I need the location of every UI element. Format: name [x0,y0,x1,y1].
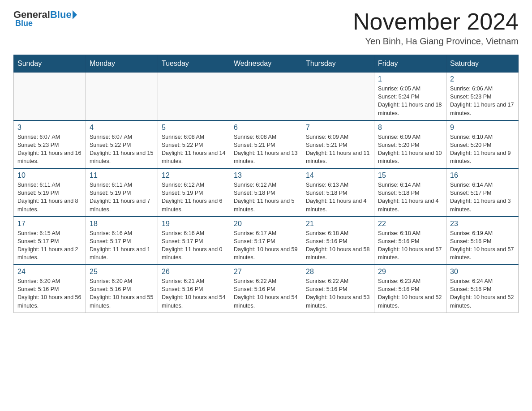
day-info: Sunrise: 6:14 AMSunset: 5:17 PMDaylight:… [450,181,515,214]
logo-arrow-icon [73,10,77,19]
day-info: Sunrise: 6:05 AMSunset: 5:24 PMDaylight:… [378,85,442,117]
calendar-cell: 3Sunrise: 6:07 AMSunset: 5:23 PMDaylight… [14,120,86,169]
day-info: Sunrise: 6:22 AMSunset: 5:16 PMDaylight:… [306,277,370,310]
calendar-cell: 26Sunrise: 6:21 AMSunset: 5:16 PMDayligh… [158,265,230,313]
day-number: 7 [306,124,370,132]
calendar-cell: 30Sunrise: 6:24 AMSunset: 5:16 PMDayligh… [446,265,519,313]
calendar-cell: 14Sunrise: 6:13 AMSunset: 5:18 PMDayligh… [302,168,374,217]
day-number: 3 [17,124,82,132]
calendar-week-row: 3Sunrise: 6:07 AMSunset: 5:23 PMDaylight… [14,120,519,169]
weekday-header-tuesday: Tuesday [158,55,230,73]
day-info: Sunrise: 6:19 AMSunset: 5:16 PMDaylight:… [450,229,515,262]
day-info: Sunrise: 6:07 AMSunset: 5:23 PMDaylight:… [17,133,82,166]
title-block: November 2024 Yen Binh, Ha Giang Provinc… [353,9,519,47]
calendar-cell: 2Sunrise: 6:06 AMSunset: 5:23 PMDaylight… [446,73,519,120]
day-number: 8 [378,124,442,132]
day-number: 15 [378,171,442,180]
calendar-week-row: 17Sunrise: 6:15 AMSunset: 5:17 PMDayligh… [14,217,519,265]
calendar-cell: 25Sunrise: 6:20 AMSunset: 5:16 PMDayligh… [86,265,158,313]
day-number: 28 [306,268,370,276]
day-number: 11 [90,171,154,180]
day-info: Sunrise: 6:24 AMSunset: 5:16 PMDaylight:… [450,277,515,310]
day-number: 1 [378,75,442,83]
day-info: Sunrise: 6:13 AMSunset: 5:18 PMDaylight:… [306,181,370,214]
day-number: 17 [17,220,82,228]
weekday-header-monday: Monday [86,55,158,73]
day-number: 9 [450,124,515,132]
calendar-cell: 9Sunrise: 6:10 AMSunset: 5:20 PMDaylight… [446,120,519,169]
weekday-header-saturday: Saturday [446,55,519,73]
day-number: 25 [90,268,154,276]
day-number: 21 [306,220,370,228]
weekday-header-wednesday: Wednesday [230,55,302,73]
day-info: Sunrise: 6:08 AMSunset: 5:21 PMDaylight:… [234,133,298,166]
day-number: 20 [234,220,298,228]
weekday-header-thursday: Thursday [302,55,374,73]
calendar-cell: 11Sunrise: 6:11 AMSunset: 5:19 PMDayligh… [86,168,158,217]
day-number: 14 [306,171,370,180]
day-number: 26 [162,268,226,276]
day-info: Sunrise: 6:09 AMSunset: 5:21 PMDaylight:… [306,133,370,166]
logo: GeneralBlue Blue [13,9,77,28]
day-info: Sunrise: 6:08 AMSunset: 5:22 PMDaylight:… [162,133,226,166]
day-info: Sunrise: 6:14 AMSunset: 5:18 PMDaylight:… [378,181,442,214]
calendar-cell: 29Sunrise: 6:23 AMSunset: 5:16 PMDayligh… [374,265,446,313]
calendar-cell [302,73,374,120]
calendar-cell: 18Sunrise: 6:16 AMSunset: 5:17 PMDayligh… [86,217,158,265]
day-info: Sunrise: 6:20 AMSunset: 5:16 PMDaylight:… [90,277,154,310]
day-info: Sunrise: 6:11 AMSunset: 5:19 PMDaylight:… [90,181,154,214]
day-number: 19 [162,220,226,228]
calendar-header-row: SundayMondayTuesdayWednesdayThursdayFrid… [14,55,519,73]
logo-sub: Blue [15,19,33,28]
calendar-cell: 1Sunrise: 6:05 AMSunset: 5:24 PMDaylight… [374,73,446,120]
day-info: Sunrise: 6:12 AMSunset: 5:18 PMDaylight:… [234,181,298,214]
calendar-cell: 7Sunrise: 6:09 AMSunset: 5:21 PMDaylight… [302,120,374,169]
month-title: November 2024 [353,9,519,34]
calendar-cell: 27Sunrise: 6:22 AMSunset: 5:16 PMDayligh… [230,265,302,313]
day-info: Sunrise: 6:17 AMSunset: 5:17 PMDaylight:… [234,229,298,262]
day-info: Sunrise: 6:23 AMSunset: 5:16 PMDaylight:… [378,277,442,310]
day-info: Sunrise: 6:18 AMSunset: 5:16 PMDaylight:… [306,229,370,262]
day-number: 30 [450,268,515,276]
day-number: 27 [234,268,298,276]
day-info: Sunrise: 6:09 AMSunset: 5:20 PMDaylight:… [378,133,442,166]
calendar-cell [158,73,230,120]
calendar-cell: 17Sunrise: 6:15 AMSunset: 5:17 PMDayligh… [14,217,86,265]
day-info: Sunrise: 6:12 AMSunset: 5:19 PMDaylight:… [162,181,226,214]
weekday-header-friday: Friday [374,55,446,73]
day-number: 23 [450,220,515,228]
day-info: Sunrise: 6:16 AMSunset: 5:17 PMDaylight:… [90,229,154,262]
day-info: Sunrise: 6:20 AMSunset: 5:16 PMDaylight:… [17,277,82,310]
day-info: Sunrise: 6:22 AMSunset: 5:16 PMDaylight:… [234,277,298,310]
calendar-cell: 12Sunrise: 6:12 AMSunset: 5:19 PMDayligh… [158,168,230,217]
day-info: Sunrise: 6:06 AMSunset: 5:23 PMDaylight:… [450,85,515,117]
day-number: 22 [378,220,442,228]
day-info: Sunrise: 6:11 AMSunset: 5:19 PMDaylight:… [17,181,82,214]
calendar-cell [86,73,158,120]
calendar-cell: 5Sunrise: 6:08 AMSunset: 5:22 PMDaylight… [158,120,230,169]
calendar-cell: 6Sunrise: 6:08 AMSunset: 5:21 PMDaylight… [230,120,302,169]
calendar-cell: 10Sunrise: 6:11 AMSunset: 5:19 PMDayligh… [14,168,86,217]
day-info: Sunrise: 6:07 AMSunset: 5:22 PMDaylight:… [90,133,154,166]
calendar-cell: 23Sunrise: 6:19 AMSunset: 5:16 PMDayligh… [446,217,519,265]
day-info: Sunrise: 6:15 AMSunset: 5:17 PMDaylight:… [17,229,82,262]
day-number: 24 [17,268,82,276]
day-number: 5 [162,124,226,132]
calendar-week-row: 10Sunrise: 6:11 AMSunset: 5:19 PMDayligh… [14,168,519,217]
calendar-table: SundayMondayTuesdayWednesdayThursdayFrid… [13,55,519,313]
calendar-week-row: 24Sunrise: 6:20 AMSunset: 5:16 PMDayligh… [14,265,519,313]
day-info: Sunrise: 6:21 AMSunset: 5:16 PMDaylight:… [162,277,226,310]
calendar-cell: 28Sunrise: 6:22 AMSunset: 5:16 PMDayligh… [302,265,374,313]
day-number: 13 [234,171,298,180]
day-number: 12 [162,171,226,180]
calendar-cell: 21Sunrise: 6:18 AMSunset: 5:16 PMDayligh… [302,217,374,265]
calendar-cell: 15Sunrise: 6:14 AMSunset: 5:18 PMDayligh… [374,168,446,217]
weekday-header-sunday: Sunday [14,55,86,73]
day-info: Sunrise: 6:10 AMSunset: 5:20 PMDaylight:… [450,133,515,166]
calendar-cell: 8Sunrise: 6:09 AMSunset: 5:20 PMDaylight… [374,120,446,169]
calendar-cell: 13Sunrise: 6:12 AMSunset: 5:18 PMDayligh… [230,168,302,217]
day-info: Sunrise: 6:18 AMSunset: 5:16 PMDaylight:… [378,229,442,262]
day-number: 16 [450,171,515,180]
calendar-cell: 20Sunrise: 6:17 AMSunset: 5:17 PMDayligh… [230,217,302,265]
logo-blue-text: Blue [50,9,72,21]
